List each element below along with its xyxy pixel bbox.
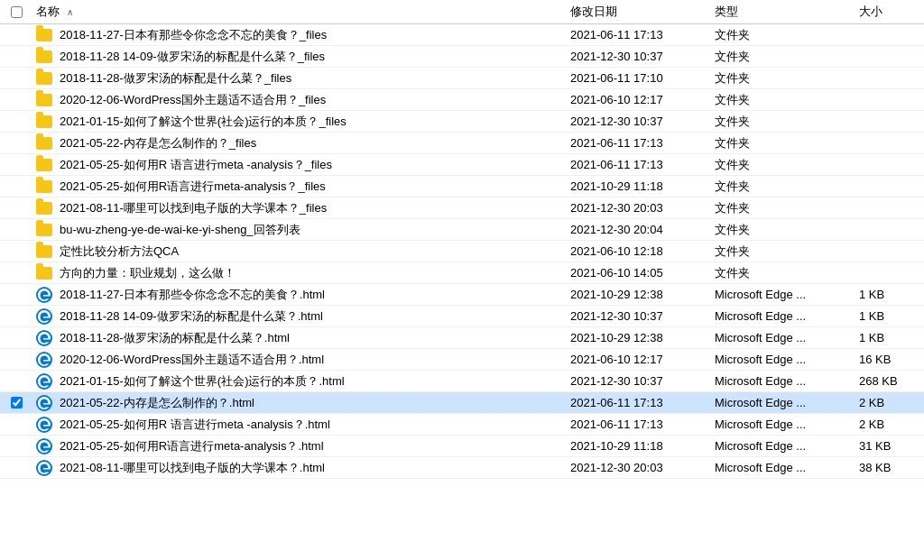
file-row[interactable]: 2020-12-06-WordPress国外主题适不适合用？.html2021-… (0, 349, 924, 371)
folder-icon (36, 179, 52, 195)
file-name-text: 2021-05-25-如何用R语言进行meta-analysis？.html (60, 438, 324, 454)
file-type: Microsoft Edge ... (707, 439, 852, 453)
file-size: 1 KB (852, 331, 924, 344)
file-type: 文件夹 (707, 200, 852, 216)
file-type: Microsoft Edge ... (707, 309, 852, 323)
file-name-text: 2021-01-15-如何了解这个世界(社会)运行的本质？.html (60, 373, 345, 390)
row-name-cell: 方向的力量：职业规划，这么做！ (32, 265, 563, 281)
file-size: 38 KB (852, 461, 924, 474)
folder-icon (36, 157, 52, 173)
file-type: 文件夹 (707, 179, 852, 195)
file-name-text: 2021-08-11-哪里可以找到电子版的大学课本？_files (60, 200, 327, 216)
file-row[interactable]: 2018-11-27-日本有那些令你念念不忘的美食？_files2021-06-… (0, 24, 924, 46)
edge-icon (36, 330, 52, 346)
select-all-checkbox[interactable] (11, 6, 23, 18)
folder-icon (36, 200, 52, 216)
file-type: 文件夹 (707, 27, 852, 43)
file-date: 2021-06-10 14:05 (563, 266, 707, 280)
row-name-cell: 2021-08-11-哪里可以找到电子版的大学课本？.html (32, 460, 563, 476)
file-type: 文件夹 (707, 157, 852, 173)
file-size: 1 KB (852, 309, 924, 323)
file-name-text: 2018-11-28 14-09-做罗宋汤的标配是什么菜？_files (60, 49, 325, 65)
row-name-cell: 2021-05-22-内存是怎么制作的？.html (32, 395, 563, 411)
row-checkbox[interactable] (11, 397, 23, 409)
row-name-cell: 2021-08-11-哪里可以找到电子版的大学课本？_files (32, 200, 563, 216)
file-type: 文件夹 (707, 222, 852, 238)
file-name-text: 2020-12-06-WordPress国外主题适不适合用？.html (60, 352, 324, 368)
file-name-text: 2021-01-15-如何了解这个世界(社会)运行的本质？_files (60, 114, 346, 130)
file-row[interactable]: 2021-05-25-如何用R语言进行meta-analysis？.html20… (0, 436, 924, 457)
header-size-col[interactable]: 大小 (852, 4, 924, 20)
file-date: 2021-12-30 20:04 (563, 223, 707, 236)
edge-icon (36, 438, 52, 454)
file-row[interactable]: 方向的力量：职业规划，这么做！2021-06-10 14:05文件夹 (0, 262, 924, 284)
row-name-cell: 2018-11-28-做罗宋汤的标配是什么菜？.html (32, 330, 563, 346)
header-size-label: 大小 (859, 5, 882, 18)
header-date-label: 修改日期 (570, 5, 617, 18)
file-type: 文件夹 (707, 135, 852, 151)
file-date: 2021-12-30 10:37 (563, 309, 707, 323)
file-row[interactable]: 2021-05-25-如何用R语言进行meta-analysis？_files2… (0, 176, 924, 197)
file-list: 名称 ∧ 修改日期 类型 大小 2018-11-27-日本有那些令你念念不忘的美… (0, 0, 924, 560)
row-name-cell: 2021-05-25-如何用R 语言进行meta -analysis？_file… (32, 157, 563, 173)
file-size: 1 KB (852, 288, 924, 301)
file-name-text: 2021-05-22-内存是怎么制作的？_files (60, 135, 256, 151)
file-name-text: 2018-11-28-做罗宋汤的标配是什么菜？_files (60, 70, 291, 87)
file-date: 2021-06-11 17:13 (563, 396, 707, 409)
file-date: 2021-10-29 11:18 (563, 179, 707, 193)
file-row[interactable]: 2018-11-28-做罗宋汤的标配是什么菜？_files2021-06-11 … (0, 68, 924, 89)
row-checkbox-cell (0, 397, 32, 409)
file-size: 2 KB (852, 396, 924, 409)
file-type: 文件夹 (707, 49, 852, 65)
file-row[interactable]: 2021-05-22-内存是怎么制作的？.html2021-06-11 17:1… (0, 392, 924, 414)
row-name-cell: 2021-01-15-如何了解这个世界(社会)运行的本质？_files (32, 114, 563, 130)
sort-arrow: ∧ (67, 7, 73, 17)
row-name-cell: 定性比较分析方法QCA (32, 243, 563, 260)
file-name-text: 2018-11-28-做罗宋汤的标配是什么菜？.html (60, 330, 290, 346)
folder-icon (36, 265, 52, 281)
file-type: 文件夹 (707, 114, 852, 130)
file-name-text: 方向的力量：职业规划，这么做！ (60, 265, 236, 281)
edge-icon (36, 460, 52, 476)
header-type-col[interactable]: 类型 (707, 4, 852, 20)
file-date: 2021-12-30 20:03 (563, 201, 707, 215)
row-name-cell: 2018-11-27-日本有那些令你念念不忘的美食？.html (32, 287, 563, 303)
header-row: 名称 ∧ 修改日期 类型 大小 (0, 0, 924, 24)
file-row[interactable]: 定性比较分析方法QCA2021-06-10 12:18文件夹 (0, 241, 924, 262)
file-row[interactable]: 2021-01-15-如何了解这个世界(社会)运行的本质？.html2021-1… (0, 371, 924, 392)
folder-icon (36, 70, 52, 87)
file-row[interactable]: 2018-11-28-做罗宋汤的标配是什么菜？.html2021-10-29 1… (0, 327, 924, 349)
file-name-text: 2021-05-25-如何用R 语言进行meta -analysis？_file… (60, 157, 332, 173)
row-name-cell: 2018-11-28-做罗宋汤的标配是什么菜？_files (32, 70, 563, 87)
file-name-text: 定性比较分析方法QCA (60, 243, 179, 260)
file-row[interactable]: 2021-08-11-哪里可以找到电子版的大学课本？_files2021-12-… (0, 197, 924, 219)
folder-icon (36, 243, 52, 260)
row-name-cell: 2021-01-15-如何了解这个世界(社会)运行的本质？.html (32, 373, 563, 390)
file-type: 文件夹 (707, 70, 852, 87)
file-row[interactable]: 2018-11-28 14-09-做罗宋汤的标配是什么菜？_files2021-… (0, 46, 924, 68)
file-row[interactable]: 2021-08-11-哪里可以找到电子版的大学课本？.html2021-12-3… (0, 457, 924, 479)
file-date: 2021-12-30 20:03 (563, 461, 707, 474)
edge-icon (36, 373, 52, 390)
file-name-text: 2021-08-11-哪里可以找到电子版的大学课本？.html (60, 460, 325, 476)
file-name-text: 2018-11-27-日本有那些令你念念不忘的美食？_files (60, 27, 327, 43)
file-type: Microsoft Edge ... (707, 374, 852, 388)
file-row[interactable]: 2018-11-27-日本有那些令你念念不忘的美食？.html2021-10-2… (0, 284, 924, 306)
file-row[interactable]: 2021-05-25-如何用R 语言进行meta -analysis？_file… (0, 154, 924, 176)
file-date: 2021-10-29 12:38 (563, 331, 707, 344)
row-name-cell: 2021-05-25-如何用R 语言进行meta -analysis？.html (32, 417, 563, 433)
file-row[interactable]: 2021-01-15-如何了解这个世界(社会)运行的本质？_files2021-… (0, 111, 924, 133)
file-row[interactable]: 2018-11-28 14-09-做罗宋汤的标配是什么菜？.html2021-1… (0, 306, 924, 327)
edge-icon (36, 395, 52, 411)
row-name-cell: 2020-12-06-WordPress国外主题适不适合用？.html (32, 352, 563, 368)
file-row[interactable]: 2020-12-06-WordPress国外主题适不适合用？_files2021… (0, 89, 924, 111)
edge-icon (36, 417, 52, 433)
row-name-cell: 2021-05-25-如何用R语言进行meta-analysis？.html (32, 438, 563, 454)
file-row[interactable]: 2021-05-25-如何用R 语言进行meta -analysis？.html… (0, 414, 924, 436)
header-name-label: 名称 (36, 4, 60, 20)
file-row[interactable]: 2021-05-22-内存是怎么制作的？_files2021-06-11 17:… (0, 133, 924, 154)
folder-icon (36, 92, 52, 108)
file-row[interactable]: bu-wu-zheng-ye-de-wai-ke-yi-sheng_回答列表20… (0, 219, 924, 241)
header-date-col[interactable]: 修改日期 (563, 4, 707, 20)
header-name-col[interactable]: 名称 ∧ (32, 4, 563, 20)
